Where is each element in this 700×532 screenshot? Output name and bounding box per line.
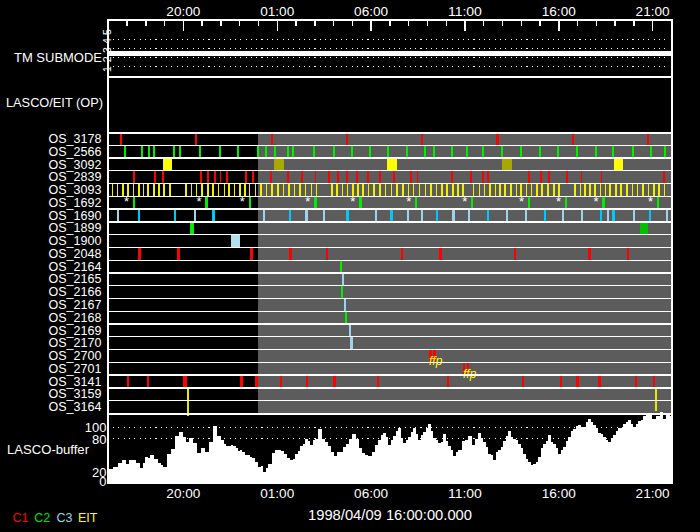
svg-text:LASCO-buffer: LASCO-buffer [7,442,90,457]
svg-text:20:00: 20:00 [166,486,200,501]
svg-text:ffp: ffp [429,354,443,368]
svg-text:16:00: 16:00 [542,4,576,19]
svg-text:06:00: 06:00 [354,4,388,19]
svg-text:01:00: 01:00 [260,4,294,19]
svg-text:C1: C1 [13,511,29,525]
svg-text:TM SUBMODE: TM SUBMODE [14,50,102,65]
svg-text:21:00: 21:00 [636,4,670,19]
svg-text:C3: C3 [56,511,72,525]
svg-text:1998/04/09 16:00:00.000: 1998/04/09 16:00:00.000 [308,507,472,523]
svg-text:3: 3 [101,47,113,53]
svg-text:2: 2 [101,56,113,62]
svg-text:1: 1 [101,66,113,72]
svg-text:ffp: ffp [463,367,477,381]
svg-text:5: 5 [101,29,113,35]
svg-text:20:00: 20:00 [166,4,200,19]
svg-text:C2: C2 [34,511,50,525]
svg-text:OS_3164: OS_3164 [49,400,102,414]
svg-text:EIT: EIT [78,511,98,525]
svg-text:16:00: 16:00 [542,486,576,501]
svg-text:4: 4 [101,38,113,44]
svg-text:06:00: 06:00 [354,486,388,501]
svg-text:11:00: 11:00 [448,486,482,501]
svg-text:11:00: 11:00 [448,4,482,19]
svg-text:21:00: 21:00 [636,486,670,501]
svg-text:01:00: 01:00 [260,486,294,501]
svg-text:LASCO/EIT (OP): LASCO/EIT (OP) [6,95,103,110]
svg-text:0: 0 [99,474,106,489]
svg-text:80: 80 [92,432,106,447]
